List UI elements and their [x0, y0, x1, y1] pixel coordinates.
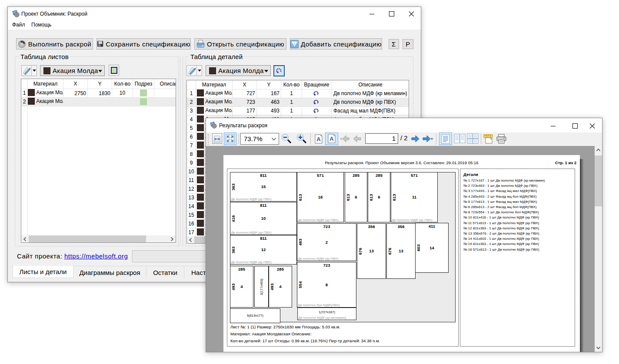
svg-text:A: A	[329, 136, 334, 142]
svg-text:A: A	[316, 136, 321, 142]
